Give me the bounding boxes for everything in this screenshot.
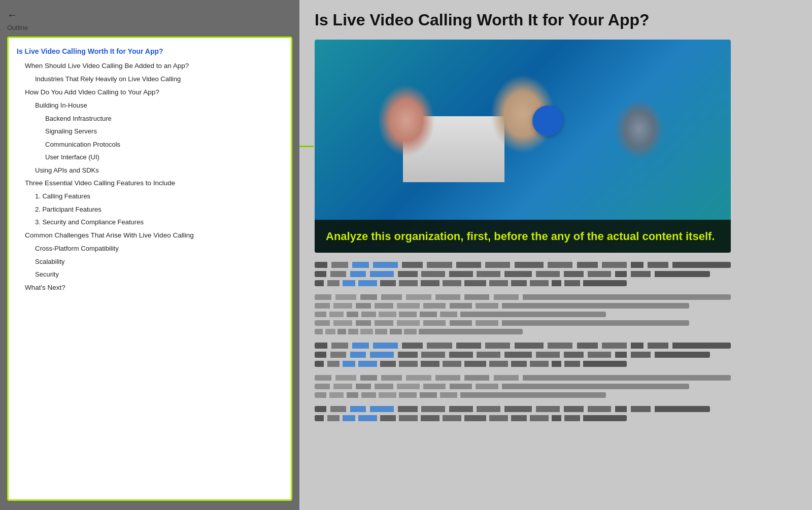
text-line — [315, 384, 689, 389]
text-line — [315, 329, 523, 334]
hero-overlay-text: Analyze this organization, first, before… — [326, 229, 720, 244]
outline-item[interactable]: Security — [17, 268, 283, 281]
text-line — [315, 271, 710, 277]
left-panel: ← Outline Is Live Video Calling Worth It… — [0, 0, 299, 510]
outline-item[interactable]: Is Live Video Calling Worth It for Your … — [17, 45, 283, 58]
outline-item[interactable]: 3. Security and Compliance Features — [17, 216, 283, 228]
text-line — [315, 352, 710, 358]
outline-item[interactable]: Common Challenges That Arise With Live V… — [17, 229, 283, 242]
back-button[interactable]: ← — [7, 9, 292, 21]
arrow-line — [299, 146, 314, 147]
outline-item[interactable]: When Should Live Video Calling Be Added … — [17, 60, 283, 72]
outline-item[interactable]: Communication Protocols — [17, 139, 283, 151]
outline-item[interactable]: What's Next? — [17, 282, 283, 294]
text-line — [315, 320, 689, 326]
outline-item[interactable]: Backend Infrastructure — [17, 113, 283, 125]
outline-item[interactable]: Using APIs and SDKs — [17, 164, 283, 177]
text-line — [315, 415, 627, 421]
text-block-1 — [315, 262, 731, 286]
text-line — [315, 262, 731, 268]
outline-item[interactable]: 2. Participant Features — [17, 203, 283, 216]
text-block-2 — [315, 294, 731, 334]
text-block-3 — [315, 343, 731, 367]
outline-item[interactable]: 1. Calling Features — [17, 190, 283, 202]
right-panel: Is Live Video Calling Worth It for Your … — [299, 0, 812, 510]
hero-image: Analyze this organization, first, before… — [315, 40, 731, 253]
outline-item[interactable]: Cross-Platform Compatibility — [17, 243, 283, 255]
hero-image-container: Analyze this organization, first, before… — [315, 40, 731, 253]
back-arrow-icon: ← — [7, 9, 17, 21]
article-title: Is Live Video Calling Worth It for Your … — [315, 10, 797, 29]
text-line — [315, 361, 627, 367]
text-line — [315, 280, 627, 286]
arrow-annotation — [299, 141, 314, 151]
outline-item[interactable]: Industries That Rely Heavily on Live Vid… — [17, 73, 283, 85]
outline-item[interactable]: Signaling Servers — [17, 125, 283, 138]
outline-item[interactable]: Three Essential Video Calling Features t… — [17, 177, 283, 189]
text-line — [315, 303, 689, 309]
text-block-5 — [315, 406, 731, 421]
text-line — [315, 312, 606, 317]
hero-overlay: Analyze this organization, first, before… — [315, 220, 731, 253]
outline-label: Outline — [7, 24, 292, 31]
outline-item[interactable]: How Do You Add Video Calling to Your App… — [17, 86, 283, 98]
outline-item[interactable]: User Interface (UI) — [17, 151, 283, 163]
text-line — [315, 392, 606, 398]
text-line — [315, 375, 731, 381]
text-line — [315, 294, 731, 300]
text-line — [315, 343, 731, 349]
content-blocks — [315, 262, 731, 421]
outline-item[interactable]: Scalability — [17, 256, 283, 268]
text-line — [315, 406, 710, 412]
text-block-4 — [315, 375, 731, 398]
outline-box: Is Live Video Calling Worth It for Your … — [7, 37, 292, 501]
outline-item[interactable]: Building In-House — [17, 99, 283, 112]
